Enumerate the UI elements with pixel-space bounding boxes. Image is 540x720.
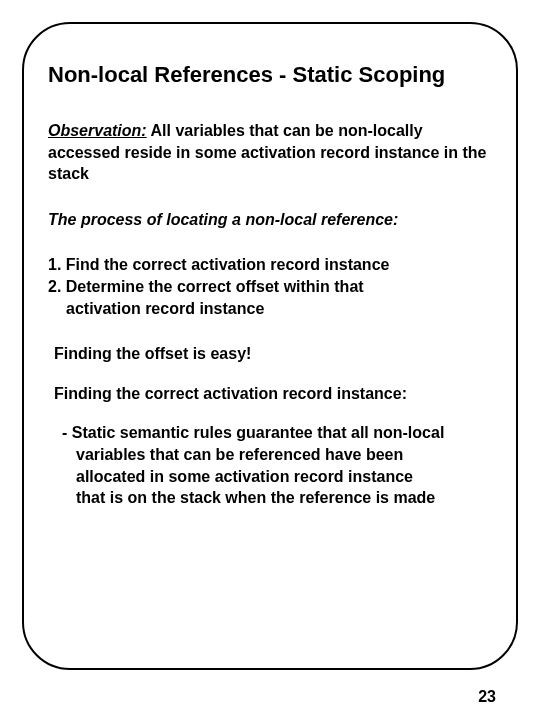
page-number: 23 <box>478 688 496 706</box>
steps-list: 1. Find the correct activation record in… <box>48 254 492 319</box>
rule-line-1: - Static semantic rules guarantee that a… <box>62 424 444 441</box>
rule-line-2: variables that can be referenced have be… <box>62 444 492 466</box>
observation-label: Observation: <box>48 122 147 139</box>
step-2-line-2: activation record instance <box>48 298 492 320</box>
slide-title: Non-local References - Static Scoping <box>48 62 492 88</box>
step-1: 1. Find the correct activation record in… <box>48 254 492 276</box>
step-2-line-1: 2. Determine the correct offset within t… <box>48 276 492 298</box>
static-rule: - Static semantic rules guarantee that a… <box>48 422 492 508</box>
rule-line-3: allocated in some activation record inst… <box>62 466 492 488</box>
process-label: The process of locating a non-local refe… <box>48 211 398 228</box>
slide-frame: Non-local References - Static Scoping Ob… <box>22 22 518 670</box>
process-heading: The process of locating a non-local refe… <box>48 209 492 231</box>
offset-easy: Finding the offset is easy! <box>48 343 492 365</box>
observation-paragraph: Observation: All variables that can be n… <box>48 120 492 185</box>
finding-ari-heading: Finding the correct activation record in… <box>48 383 492 405</box>
rule-line-4: that is on the stack when the reference … <box>62 487 492 509</box>
